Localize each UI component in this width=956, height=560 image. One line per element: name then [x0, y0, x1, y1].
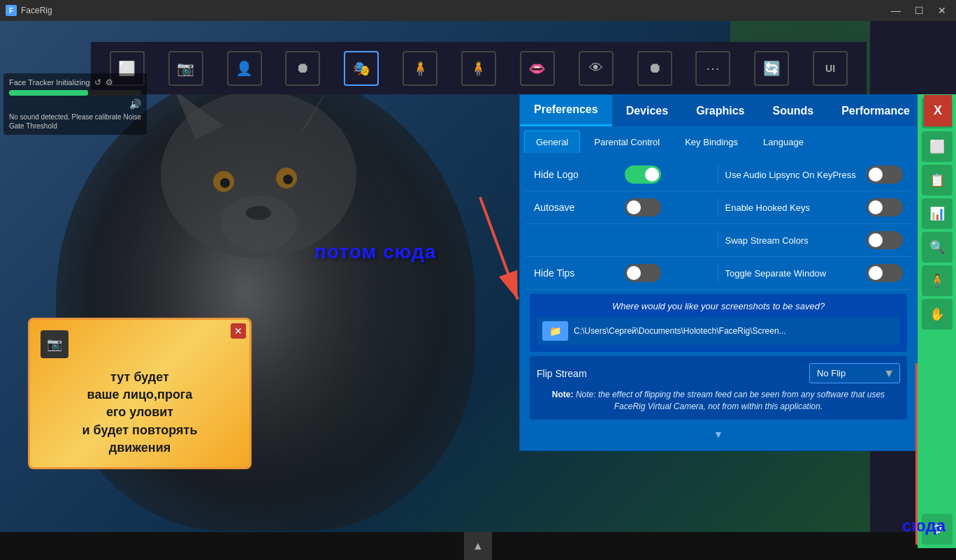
subtab-parental[interactable]: Parental Control — [583, 131, 671, 153]
settings-right-4: Toggle Separate Window — [718, 264, 904, 282]
tab-preferences[interactable]: Preferences — [520, 95, 612, 126]
settings-row-1: Hide Logo Use Audio Lipsync On KeyPress — [526, 159, 911, 191]
audio-lipsync-toggle[interactable] — [867, 165, 903, 184]
settings-content: Hide Logo Use Audio Lipsync On KeyPress — [520, 153, 917, 450]
toolbar-icon-dots[interactable]: ⋯ — [695, 51, 730, 86]
annotation-syuda: сюда — [902, 516, 946, 536]
subtab-general[interactable]: General — [524, 131, 580, 153]
screenshot-label: Where would you like your screenshots to… — [537, 301, 900, 311]
toolbar-icon-face[interactable]: 🎭 — [344, 51, 379, 86]
sidebar-icon-person[interactable]: 🧍 — [922, 265, 953, 296]
popup-close-button[interactable]: ✕ — [231, 323, 246, 339]
sidebar-icon-3[interactable]: 📋 — [922, 165, 953, 196]
toolbar-icon-person2[interactable]: 🧍 — [461, 51, 496, 86]
screenshot-path: C:\Users\Сергей\Documents\Holotech\FaceR… — [574, 326, 895, 336]
toggle-knob — [869, 233, 883, 247]
svg-point-9 — [246, 206, 271, 220]
sound-icon: 🔊 — [129, 98, 141, 110]
swap-colors-label: Swap Stream Colors — [725, 235, 860, 246]
bottom-up-button[interactable]: ▲ — [464, 532, 492, 560]
toolbar-icon-rec[interactable]: ⏺ — [637, 51, 672, 86]
toolbar-icon-profile[interactable]: 👤 — [227, 51, 262, 86]
toggle-separate-label: Toggle Separate Window — [725, 268, 860, 279]
sidebar-icon-2[interactable]: ⬜ — [922, 131, 953, 162]
settings-row-4: Hide Tips Toggle Separate Window — [526, 257, 911, 290]
toolbar-icon-camera[interactable]: 📷 — [168, 51, 203, 86]
folder-button[interactable]: 📁 — [542, 321, 568, 341]
right-sidebar: ☰ ⬜ 📋 📊 🔍 🧍 ✋ ⚙ — [918, 94, 956, 548]
app-icon: F — [6, 5, 17, 16]
toolbar-icon-record[interactable]: ⏺ — [285, 51, 320, 86]
toggle-knob — [869, 168, 883, 182]
toolbar: ⬜ 📷 👤 ⏺ 🎭 🧍 🧍 👄 👁 ⏺ ⋯ 🔄 UI — [91, 42, 867, 94]
toolbar-icon-lips[interactable]: 👄 — [520, 51, 555, 86]
tab-performance[interactable]: Performance — [827, 95, 924, 126]
sidebar-icon-hand[interactable]: ✋ — [922, 299, 953, 330]
bottom-center: ▲ — [464, 532, 492, 560]
settings-right-2: Enable Hooked Keys — [718, 198, 904, 216]
red-line-indicator — [915, 363, 918, 545]
popup-info-box: ✕ 📷 тут будетваше лицо,прогаего уловити … — [28, 318, 252, 469]
toggle-knob — [627, 266, 641, 280]
flip-stream-select[interactable]: No Flip Horizontal Vertical — [809, 363, 900, 383]
tab-graphics[interactable]: Graphics — [682, 95, 758, 126]
scroll-down-arrow[interactable]: ▼ — [714, 429, 723, 440]
settings-right-1: Use Audio Lipsync On KeyPress — [718, 165, 904, 184]
minimize-button[interactable]: — — [887, 3, 905, 17]
subtab-language[interactable]: Language — [752, 131, 815, 153]
screenshot-path-row: 📁 C:\Users\Сергей\Documents\Holotech\Fac… — [537, 317, 900, 345]
svg-point-8 — [220, 196, 297, 251]
toggle-separate-toggle[interactable] — [867, 264, 903, 282]
flip-stream-section: Flip Stream No Flip Horizontal Vertical … — [530, 356, 907, 420]
sidebar-icon-5[interactable]: 🔍 — [922, 232, 953, 263]
face-tracker-label: Face Tracker Initializing ↺ ⚙ — [9, 78, 141, 87]
tab-devices[interactable]: Devices — [612, 95, 683, 126]
flip-note: Note: Note: the effect of flipping the s… — [537, 389, 900, 413]
maximize-button[interactable]: ☐ — [911, 3, 928, 17]
toggle-knob — [869, 266, 883, 280]
settings-pair-2: Autosave Enable Hooked Keys — [534, 198, 903, 216]
settings-close-button[interactable]: X — [924, 95, 952, 126]
toolbar-icon-eye[interactable]: 👁 — [579, 51, 614, 86]
hooked-keys-label: Enable Hooked Keys — [725, 202, 860, 213]
settings-icon-small[interactable]: ⚙ — [106, 78, 113, 87]
face-tracker-panel: Face Tracker Initializing ↺ ⚙ 🔊 No sound… — [3, 73, 147, 135]
main-area: ⬜ 📷 👤 ⏺ 🎭 🧍 🧍 👄 👁 ⏺ ⋯ 🔄 UI Face Tracker … — [0, 21, 956, 560]
scroll-area: ▼ — [526, 424, 911, 445]
svg-point-6 — [220, 178, 230, 188]
settings-pair-3: Swap Stream Colors — [534, 231, 903, 249]
autosave-toggle[interactable] — [625, 198, 661, 216]
settings-pair-4: Hide Tips Toggle Separate Window — [534, 264, 903, 282]
titlebar: F FaceRig — ☐ ✕ — [0, 0, 956, 21]
annotation-potom-syuda: потом сюда — [314, 241, 436, 263]
bottom-strip: ▲ — [0, 532, 956, 560]
hide-logo-label: Hide Logo — [534, 169, 618, 180]
subtab-keybindings[interactable]: Key Bindings — [674, 131, 749, 153]
screenshot-section: Where would you like your screenshots to… — [530, 294, 907, 352]
hooked-keys-toggle[interactable] — [867, 198, 903, 216]
tab-sounds[interactable]: Sounds — [758, 95, 827, 126]
hide-logo-toggle[interactable] — [625, 165, 661, 184]
app-title: FaceRig — [21, 6, 887, 15]
settings-panel: Preferences Devices Graphics Sounds Perf… — [519, 94, 918, 451]
flip-stream-label: Flip Stream — [537, 368, 802, 379]
settings-pair-1: Hide Logo Use Audio Lipsync On KeyPress — [534, 165, 903, 184]
toggle-knob — [645, 168, 659, 182]
tracker-progress-fill — [9, 90, 88, 96]
refresh-icon[interactable]: ↺ — [94, 78, 101, 87]
hide-tips-toggle[interactable] — [625, 264, 661, 282]
settings-left-2: Autosave — [534, 198, 712, 216]
toolbar-icon-ui[interactable]: UI — [813, 51, 848, 86]
settings-sub-tabs: General Parental Control Key Bindings La… — [520, 126, 917, 153]
close-window-button[interactable]: ✕ — [934, 3, 950, 17]
settings-main-tabs: Preferences Devices Graphics Sounds Perf… — [520, 95, 917, 126]
window-controls: — ☐ ✕ — [887, 3, 950, 17]
toolbar-icon-person[interactable]: 🧍 — [403, 51, 437, 86]
toolbar-icon-refresh[interactable]: 🔄 — [754, 51, 789, 86]
sidebar-icon-4[interactable]: 📊 — [922, 198, 953, 229]
audio-lipsync-label: Use Audio Lipsync On KeyPress — [725, 170, 860, 180]
swap-colors-toggle[interactable] — [867, 231, 903, 249]
popup-camera-icon: 📷 — [41, 330, 68, 358]
flip-row: Flip Stream No Flip Horizontal Vertical … — [537, 363, 900, 383]
settings-right-3: Swap Stream Colors — [718, 231, 904, 249]
